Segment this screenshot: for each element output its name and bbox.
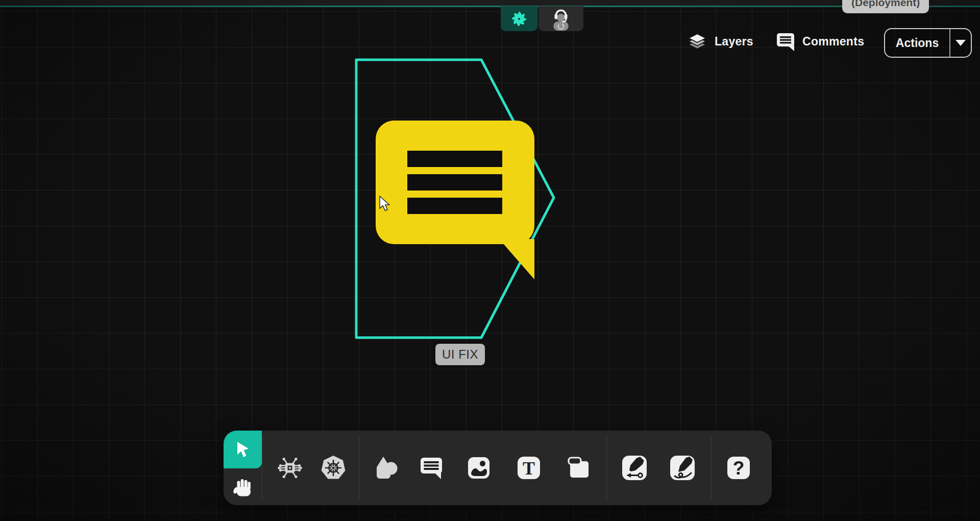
card-icon	[566, 455, 592, 481]
actions-dropdown[interactable]	[950, 29, 971, 57]
help-tool[interactable]: ?	[725, 455, 752, 481]
support-agent-tab[interactable]	[538, 6, 583, 31]
toolbar-divider	[711, 436, 712, 500]
speech-bubble-lines-icon	[418, 454, 445, 482]
pencil-scribble-icon	[669, 455, 696, 481]
toolbar-divider	[606, 436, 607, 500]
teal-pinwheel-icon	[509, 9, 529, 29]
connector-tool[interactable]	[621, 455, 648, 481]
microchip-icon	[277, 455, 303, 481]
chip-tool[interactable]	[277, 455, 303, 481]
shapes-icon	[372, 455, 399, 481]
question-mark-icon: ?	[725, 455, 752, 481]
layers-label: Layers	[715, 35, 753, 49]
image-icon	[465, 455, 492, 481]
shapes-tool[interactable]	[372, 455, 399, 481]
app-brand-tab[interactable]	[501, 6, 537, 31]
toolbar-divider	[262, 436, 262, 500]
deployment-tag: (Deployment)	[842, 0, 929, 13]
comment-tool[interactable]	[418, 455, 445, 481]
text-tool[interactable]: T	[516, 455, 542, 481]
card-tool[interactable]	[566, 455, 592, 481]
svg-text:T: T	[523, 458, 535, 479]
actions-divider	[949, 29, 950, 57]
actions-button[interactable]: Actions	[884, 28, 972, 58]
comment-bubble-icon	[775, 31, 796, 52]
layers-button[interactable]: Layers	[687, 31, 753, 52]
canvas[interactable]: (Deployment)	[0, 0, 980, 521]
draw-tool[interactable]	[669, 455, 696, 481]
cursor-arrow-icon	[232, 438, 254, 461]
text-t-icon: T	[516, 455, 542, 481]
pen-connector-icon	[621, 455, 648, 481]
kubernetes-tool[interactable]	[320, 455, 347, 481]
actions-label: Actions	[885, 29, 949, 57]
kubernetes-helm-icon	[320, 454, 347, 482]
hand-icon	[231, 475, 255, 499]
toolbar-divider	[359, 436, 359, 500]
chat-bubble-shape[interactable]	[376, 121, 534, 279]
caret-down-icon	[955, 40, 966, 46]
headset-user-icon	[549, 7, 573, 31]
comments-label: Comments	[802, 35, 864, 49]
image-tool[interactable]	[465, 455, 492, 481]
layers-icon	[687, 31, 708, 52]
comments-button[interactable]: Comments	[775, 31, 864, 52]
pan-tool[interactable]	[224, 468, 262, 505]
select-tool[interactable]	[224, 431, 262, 468]
tools-toolbar: T	[224, 431, 772, 505]
shape-name-label: UI FIX	[435, 344, 485, 365]
svg-text:?: ?	[733, 458, 745, 479]
